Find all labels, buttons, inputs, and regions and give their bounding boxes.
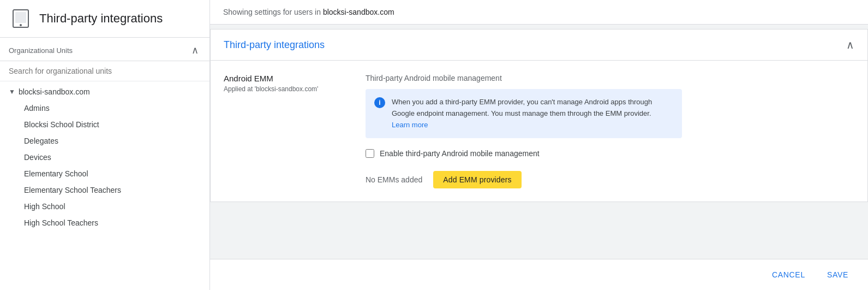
cancel-button[interactable]: CANCEL — [765, 266, 812, 283]
info-icon: i — [374, 97, 385, 108]
section-header: Third-party integrations ∧ — [211, 29, 867, 61]
tree-item-high-school[interactable]: High School — [0, 198, 209, 215]
tree-item-label: Elementary School — [24, 169, 88, 178]
save-button[interactable]: SAVE — [821, 266, 855, 283]
tree-children: Admins Blocksi School District Delegates… — [0, 100, 209, 231]
emm-left-panel: Android EMM Applied at 'blocksi-sandbox.… — [224, 74, 344, 188]
emm-subtitle: Third-party Android mobile management — [366, 74, 854, 82]
main-content: Showing settings for users in blocksi-sa… — [210, 0, 868, 290]
sidebar-title: Third-party integrations — [39, 11, 163, 26]
enable-emm-label: Enable third-party Android mobile manage… — [380, 149, 540, 158]
tree-root-label: blocksi-sandbox.com — [19, 87, 90, 96]
tree-item-label: Devices — [24, 153, 51, 162]
tree-item-elementary-school-teachers[interactable]: Elementary School Teachers — [0, 182, 209, 198]
svg-point-2 — [20, 24, 22, 26]
emm-applied: Applied at 'blocksi-sandbox.com' — [224, 85, 344, 93]
emm-right-panel: Third-party Android mobile management i … — [366, 74, 854, 188]
ou-search-container — [0, 61, 209, 81]
info-box-message: When you add a third-party EMM provider,… — [392, 98, 652, 117]
tree-item-high-school-teachers[interactable]: High School Teachers — [0, 215, 209, 231]
domain-bar-prefix: Showing settings for users in — [223, 8, 323, 16]
tree-item-delegates[interactable]: Delegates — [0, 133, 209, 149]
tree-expand-arrow: ▼ — [9, 88, 15, 96]
section-body: Android EMM Applied at 'blocksi-sandbox.… — [211, 61, 867, 202]
tree-item-devices[interactable]: Devices — [0, 149, 209, 165]
svg-rect-1 — [15, 12, 26, 23]
tree-root-item[interactable]: ▼ blocksi-sandbox.com — [0, 84, 209, 100]
third-party-panel: Third-party integrations ∧ Android EMM A… — [210, 29, 868, 202]
domain-bar-domain: blocksi-sandbox.com — [323, 8, 394, 16]
ou-header: Organizational Units ∧ — [0, 38, 209, 61]
emm-title: Android EMM — [224, 74, 344, 83]
info-box-text: When you add a third-party EMM provider,… — [392, 97, 673, 131]
tree-item-label: Delegates — [24, 137, 58, 145]
ou-search-input[interactable] — [9, 67, 201, 75]
info-box: i When you add a third-party EMM provide… — [366, 89, 682, 138]
sidebar: Third-party integrations Organizational … — [0, 0, 210, 290]
ou-section: Organizational Units ∧ ▼ blocksi-sandbox… — [0, 38, 209, 290]
tree-item-label: High School — [24, 202, 65, 211]
tree-item-blocksi-school-district[interactable]: Blocksi School District — [0, 116, 209, 133]
tree-item-admins[interactable]: Admins — [0, 100, 209, 116]
enable-emm-checkbox[interactable] — [366, 149, 374, 158]
tree-item-label: High School Teachers — [24, 218, 98, 227]
tree-item-label: Blocksi School District — [24, 120, 99, 129]
domain-bar: Showing settings for users in blocksi-sa… — [210, 0, 868, 25]
tablet-icon — [11, 9, 31, 28]
ou-collapse-button[interactable]: ∧ — [189, 44, 201, 56]
content-area: Third-party integrations ∧ Android EMM A… — [210, 25, 868, 259]
footer-bar: CANCEL SAVE — [210, 259, 868, 290]
emm-actions: No EMMs added Add EMM providers — [366, 171, 854, 188]
section-title: Third-party integrations — [224, 39, 325, 51]
ou-tree: ▼ blocksi-sandbox.com Admins Blocksi Sch… — [0, 81, 209, 290]
add-emm-button[interactable]: Add EMM providers — [433, 171, 521, 188]
ou-header-label: Organizational Units — [9, 46, 73, 55]
no-emms-text: No EMMs added — [366, 175, 422, 184]
tree-item-label: Elementary School Teachers — [24, 186, 121, 194]
section-collapse-button[interactable]: ∧ — [846, 38, 854, 51]
sidebar-header: Third-party integrations — [0, 0, 209, 38]
tree-item-elementary-school[interactable]: Elementary School — [0, 165, 209, 182]
enable-emm-row: Enable third-party Android mobile manage… — [366, 149, 854, 158]
learn-more-link[interactable]: Learn more — [392, 121, 428, 129]
tree-item-label: Admins — [24, 104, 50, 113]
